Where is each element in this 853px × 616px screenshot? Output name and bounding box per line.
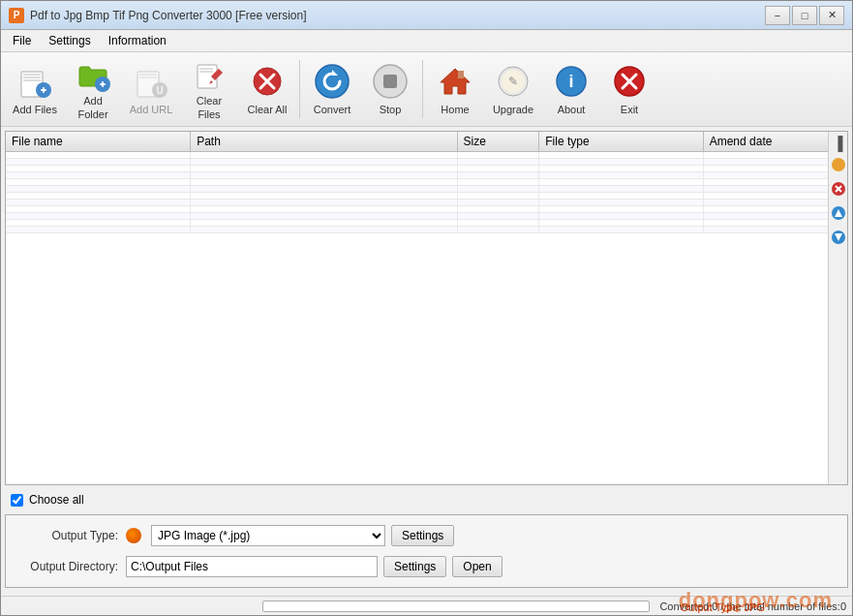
table-row	[6, 159, 847, 166]
upgrade-icon: ✎	[494, 62, 533, 101]
toolbar-divider-1	[299, 60, 300, 118]
add-files-label: Add Files	[13, 104, 57, 116]
svg-rect-2	[23, 77, 41, 78]
toolbar-divider-2	[422, 60, 423, 118]
output-dir-settings-button[interactable]: Settings	[383, 556, 446, 577]
col-filename: File name	[6, 132, 191, 152]
table-row	[6, 152, 847, 159]
output-type-label: Output Type:	[21, 529, 118, 542]
stop-icon	[371, 62, 410, 101]
output-type-settings-button[interactable]: Settings	[391, 525, 454, 546]
add-files-icon	[15, 62, 54, 101]
menu-bar: File Settings Information	[1, 30, 852, 52]
sidebar-icon-2[interactable]	[831, 181, 846, 200]
exit-icon	[610, 62, 649, 101]
svg-text:✎: ✎	[508, 75, 518, 88]
svg-rect-27	[458, 71, 464, 78]
table-row	[6, 172, 847, 179]
output-dir-label: Output Directory:	[21, 560, 118, 573]
output-dir-wrap: Settings Open	[126, 556, 503, 577]
add-folder-icon	[74, 57, 112, 92]
output-dir-row: Output Directory: Settings Open	[21, 556, 832, 577]
table-row	[6, 179, 847, 186]
svg-rect-17	[199, 71, 213, 73]
file-table: File name Path Size File type Amend date	[6, 132, 847, 233]
sidebar-icon-4[interactable]	[831, 230, 846, 248]
svg-rect-25	[383, 75, 397, 88]
add-url-icon: U	[132, 62, 170, 101]
app-icon: P	[9, 8, 24, 23]
checkbox-row: Choose all	[5, 489, 848, 510]
menu-information[interactable]: Information	[101, 32, 174, 49]
menu-file[interactable]: File	[5, 32, 39, 49]
svg-rect-3	[23, 79, 41, 81]
svg-text:U: U	[156, 85, 163, 96]
clear-all-icon	[248, 62, 287, 101]
table-row	[6, 186, 847, 193]
svg-text:i: i	[568, 72, 573, 91]
clear-files-icon	[190, 57, 228, 92]
convert-button[interactable]: Convert	[304, 56, 360, 122]
svg-rect-11	[139, 74, 157, 76]
svg-point-36	[832, 158, 845, 171]
clear-all-label: Clear All	[248, 104, 288, 116]
title-bar: P Pdf to Jpg Bmp Tif Png Converter 3000 …	[1, 1, 852, 30]
col-size: Size	[457, 132, 539, 152]
svg-rect-9	[102, 81, 104, 87]
sidebar-icon-3[interactable]	[831, 205, 846, 224]
clear-files-button[interactable]: Clear Files	[181, 56, 237, 122]
close-button[interactable]: ✕	[819, 6, 844, 25]
choose-all-checkbox[interactable]	[11, 494, 23, 507]
table-row	[6, 166, 847, 172]
main-window: P Pdf to Jpg Bmp Tif Png Converter 3000 …	[0, 0, 853, 616]
home-icon	[436, 62, 474, 101]
home-button[interactable]: Home	[427, 56, 483, 122]
add-url-label: Add URL	[130, 104, 173, 116]
minimize-button[interactable]: −	[765, 6, 790, 25]
exit-label: Exit	[621, 104, 638, 116]
col-path: Path	[191, 132, 457, 152]
menu-settings[interactable]: Settings	[41, 32, 98, 49]
table-row	[6, 200, 847, 206]
svg-rect-16	[199, 68, 213, 70]
sidebar-icon-1[interactable]	[831, 157, 846, 175]
window-title: Pdf to Jpg Bmp Tif Png Converter 3000 [F…	[30, 9, 306, 22]
clear-files-label: Clear Files	[184, 95, 234, 120]
clear-all-button[interactable]: Clear All	[239, 56, 295, 122]
table-row	[6, 213, 847, 220]
stop-label: Stop	[380, 104, 402, 116]
svg-rect-1	[23, 74, 41, 76]
convert-label: Convert	[314, 104, 351, 116]
add-folder-button[interactable]: Add Folder	[65, 56, 121, 122]
table-row	[6, 206, 847, 213]
add-folder-label: Add Folder	[68, 95, 118, 120]
upgrade-button[interactable]: ✎ Upgrade	[485, 56, 541, 122]
output-type-row: Output Type: JPG Image (*.jpg) BMP Image…	[21, 525, 832, 546]
file-table-container[interactable]: File name Path Size File type Amend date	[5, 131, 848, 485]
stop-button[interactable]: Stop	[362, 56, 418, 122]
output-dir-input[interactable]	[126, 556, 378, 577]
choose-all-label[interactable]: Choose all	[29, 493, 84, 507]
about-icon: i	[552, 62, 591, 101]
col-filetype: File type	[539, 132, 703, 152]
output-type-select[interactable]: JPG Image (*.jpg) BMP Image (*.bmp) TIF …	[152, 526, 384, 545]
convert-icon	[313, 62, 351, 101]
about-label: About	[558, 104, 586, 116]
maximize-button[interactable]: □	[792, 6, 817, 25]
upgrade-label: Upgrade	[493, 104, 533, 116]
toolbar: Add Files Add Folder	[1, 52, 852, 127]
settings-panel: Output Type: JPG Image (*.jpg) BMP Image…	[5, 514, 848, 588]
output-dir-open-button[interactable]: Open	[452, 556, 502, 577]
add-files-button[interactable]: Add Files	[7, 56, 63, 122]
exit-button[interactable]: Exit	[601, 56, 657, 122]
col-amenddate: Amend date	[703, 132, 846, 152]
output-type-circle-icon	[126, 528, 141, 543]
about-button[interactable]: i About	[543, 56, 599, 122]
svg-rect-6	[43, 87, 45, 93]
output-type-status: Output Type: JPG	[681, 601, 765, 613]
progress-bar	[262, 601, 650, 612]
table-row	[6, 193, 847, 200]
main-area: File name Path Size File type Amend date	[1, 127, 852, 596]
add-url-button: U Add URL	[123, 56, 179, 122]
sidebar-scroll-up[interactable]: ▐	[834, 136, 843, 151]
